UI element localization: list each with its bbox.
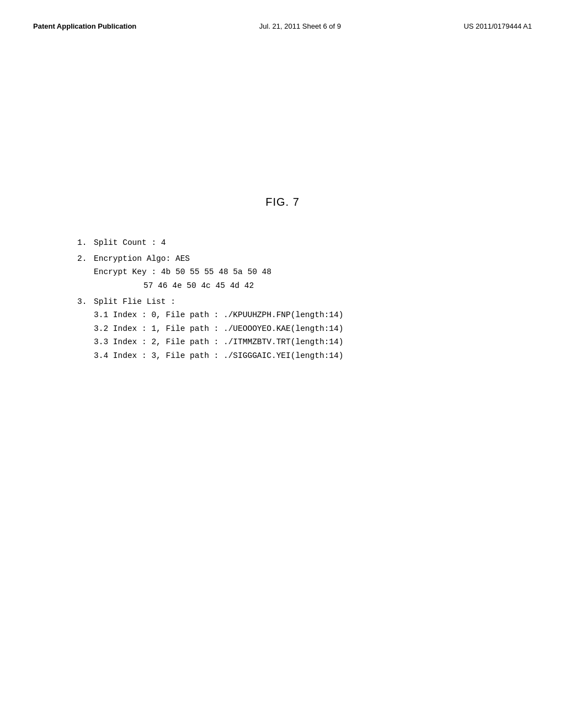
item-content-3: Split Flie List : bbox=[94, 295, 175, 309]
item-content-2: Encryption Algo: AES bbox=[94, 252, 190, 266]
list-item-2-main: 2. Encryption Algo: AES bbox=[77, 252, 532, 266]
list-item-3-main: 3. Split Flie List : bbox=[77, 295, 532, 309]
content-area: 1. Split Count : 4 2. Encryption Algo: A… bbox=[0, 208, 565, 363]
list-item-3: 3. Split Flie List : 3.1 Index : 0, File… bbox=[77, 295, 532, 363]
list-item-2-subtext: Encrypt Key : 4b 50 55 55 48 5a 50 48 bbox=[94, 265, 532, 279]
list-item-2: 2. Encryption Algo: AES Encrypt Key : 4b… bbox=[77, 252, 532, 293]
item-number-3: 3. bbox=[77, 295, 94, 309]
figure-label: FIG. 7 bbox=[0, 196, 565, 208]
encrypt-key-line1: Encrypt Key : 4b 50 55 55 48 5a 50 48 bbox=[94, 267, 271, 276]
list-item-1-main: 1. Split Count : 4 bbox=[77, 236, 532, 250]
header-date-sheet: Jul. 21, 2011 Sheet 6 of 9 bbox=[259, 22, 341, 30]
encrypt-key-line2: 57 46 4e 50 4c 45 4d 42 bbox=[143, 279, 532, 293]
header-publication: Patent Application Publication bbox=[33, 22, 136, 30]
subitem-3-1: 3.1 Index : 0, File path : ./KPUUHZPH.FN… bbox=[94, 308, 532, 322]
list-item-1: 1. Split Count : 4 bbox=[77, 236, 532, 250]
list-item-3-subitems: 3.1 Index : 0, File path : ./KPUUHZPH.FN… bbox=[94, 308, 532, 363]
subitem-3-3: 3.3 Index : 2, File path : ./ITMMZBTV.TR… bbox=[94, 335, 532, 349]
subitem-3-4: 3.4 Index : 3, File path : ./SIGGGAIC.YE… bbox=[94, 349, 532, 363]
page: Patent Application Publication Jul. 21, … bbox=[0, 0, 565, 728]
item-number-2: 2. bbox=[77, 252, 94, 266]
header-patent-number: US 2011/0179444 A1 bbox=[463, 22, 532, 30]
page-header: Patent Application Publication Jul. 21, … bbox=[0, 0, 565, 30]
item-number-1: 1. bbox=[77, 236, 94, 250]
subitem-3-2: 3.2 Index : 1, File path : ./UEOOOYEO.KA… bbox=[94, 322, 532, 336]
item-content-1: Split Count : 4 bbox=[94, 236, 166, 250]
